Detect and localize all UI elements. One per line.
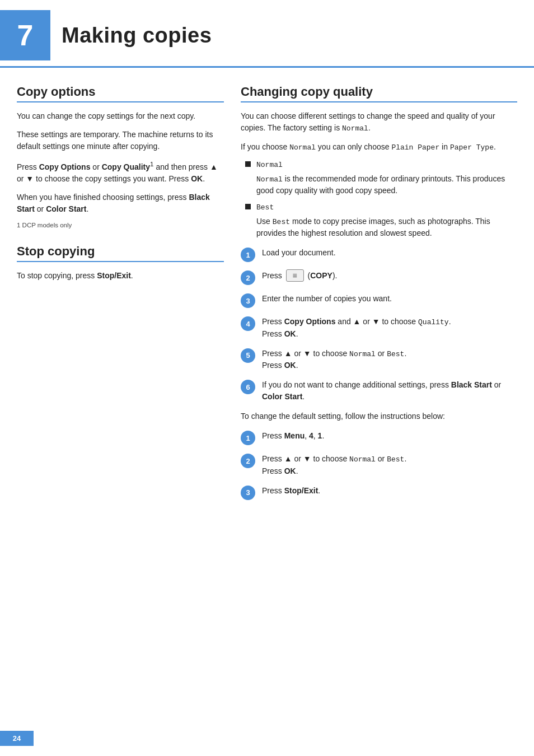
cq-intro2: If you choose Normal you can only choose… [241,141,517,153]
copy-options-para1: You can change the copy settings for the… [17,110,224,122]
stop-exit-default3: Stop/Exit [284,486,318,495]
step-4: 4 Press Copy Options and ▲ or ▼ to choos… [241,316,517,340]
default-step-2: 2 Press ▲ or ▼ to choose Normal or Best.… [241,453,517,477]
default-step-circle-2: 2 [241,454,255,468]
bullet-best-content: Best Use Best mode to copy precise image… [256,202,517,239]
step-text-5: Press ▲ or ▼ to choose Normal or Best. P… [262,348,517,372]
cq-intro1: You can choose different settings to cha… [241,110,517,134]
bullet-square-best [245,204,251,209]
page-header: 7 Making copies [0,0,534,68]
changing-copy-quality-section: Changing copy quality You can choose dif… [241,85,517,500]
copy-options-instruction2: When you have finished choosing settings… [17,192,224,215]
ok-step5: OK [284,361,296,370]
step-circle-3: 3 [241,293,255,308]
chapter-number-box: 7 [0,10,50,60]
step-circle-4: 4 [241,316,255,331]
default-step-text-2: Press ▲ or ▼ to choose Normal or Best. P… [262,453,517,477]
steps-list: 1 Load your document. 2 Press (COPY). 3 … [241,247,517,403]
default-step-1: 1 Press Menu, 4, 1. [241,430,517,445]
page-number: 24 [13,734,21,743]
stop-copying-section: Stop copying To stop copying, press Stop… [17,244,224,282]
step-3: 3 Enter the number of copies you want. [241,293,517,308]
stop-exit-bold: Stop/Exit [97,271,131,280]
color-start-step6: Color Start [262,392,302,401]
best-label: Best [256,202,517,213]
normal-mono2: Normal [289,143,316,152]
best-step5: Best [387,350,404,358]
bullet-best: Best Use Best mode to copy precise image… [245,202,517,239]
copy-quality-bold: Copy Quality [102,162,150,171]
bullet-normal: Normal Normal is the recommended mode fo… [245,160,517,197]
step-2: 2 Press (COPY). [241,270,517,285]
best-default2: Best [387,455,404,464]
default-intro: To change the default setting, follow th… [241,410,517,422]
stop-copying-text: To stop copying, press Stop/Exit. [17,270,224,282]
default-step-circle-1: 1 [241,431,255,445]
copy-options-section: Copy options You can change the copy set… [17,85,224,228]
copy-bold: COPY [310,271,332,280]
ok-step4: OK [284,329,296,338]
color-start-bold: Color Start [46,204,86,213]
main-content: Copy options You can change the copy set… [0,68,534,525]
four-bold: 4 [309,431,313,440]
chapter-header-bar: 7 Making copies [0,0,534,68]
ok-default2: OK [284,466,296,475]
quality-mono: Quality [418,318,449,326]
step-text-2: Press (COPY). [262,270,517,282]
default-step-3: 3 Press Stop/Exit. [241,485,517,500]
default-step-circle-3: 3 [241,486,255,500]
best-desc: Use Best mode to copy precise images, su… [256,217,490,238]
copy-options-instruction: Press Copy Options or Copy Quality1 and … [17,159,224,185]
step-1: 1 Load your document. [241,247,517,262]
ok-bold1: OK [191,174,203,183]
normal-desc: Normal is the recommended mode for ordin… [256,174,505,195]
right-column: Changing copy quality You can choose dif… [241,85,517,508]
step-circle-2: 2 [241,270,255,285]
step-text-6: If you do not want to change additional … [262,379,517,403]
default-steps-list: 1 Press Menu, 4, 1. 2 Press ▲ or ▼ to ch… [241,430,517,500]
step-text-1: Load your document. [262,247,517,259]
left-column: Copy options You can change the copy set… [17,85,224,508]
copy-options-title: Copy options [17,85,224,102]
black-start-step6: Black Start [451,380,492,389]
copy-button-icon [286,269,304,282]
normal-default2: Normal [349,455,376,464]
footnote-text: 1 DCP models only [17,222,224,228]
stop-copying-title: Stop copying [17,244,224,262]
chapter-number: 7 [17,18,34,52]
menu-bold: Menu [284,431,305,440]
step-text-4: Press Copy Options and ▲ or ▼ to choose … [262,316,517,340]
step-circle-6: 6 [241,380,255,394]
plain-paper-mono: Plain Paper [391,143,439,152]
paper-type-mono: Paper Type [450,143,494,152]
normal-mono1: Normal [342,124,368,133]
step-5: 5 Press ▲ or ▼ to choose Normal or Best.… [241,348,517,372]
bullet-square-normal [245,161,251,167]
copy-options-step4: Copy Options [284,317,336,326]
step-circle-5: 5 [241,348,255,363]
best-inline: Best [273,218,290,226]
default-step-text-1: Press Menu, 4, 1. [262,430,517,442]
one-bold: 1 [318,431,322,440]
copy-options-bold1: Copy Options [39,162,91,171]
footnote-sup: 1 [150,160,153,167]
normal-inline: Normal [256,175,283,184]
step-6: 6 If you do not want to change additiona… [241,379,517,403]
step-circle-1: 1 [241,248,255,262]
chapter-title: Making copies [62,24,212,48]
normal-step5: Normal [349,350,376,358]
normal-label: Normal [256,160,517,171]
step-text-3: Enter the number of copies you want. [262,293,517,305]
copy-options-para2: These settings are temporary. The machin… [17,129,224,152]
default-step-text-3: Press Stop/Exit. [262,485,517,497]
page-footer: 24 [0,731,34,746]
bullet-normal-content: Normal Normal is the recommended mode fo… [256,160,517,197]
changing-copy-quality-title: Changing copy quality [241,85,517,102]
